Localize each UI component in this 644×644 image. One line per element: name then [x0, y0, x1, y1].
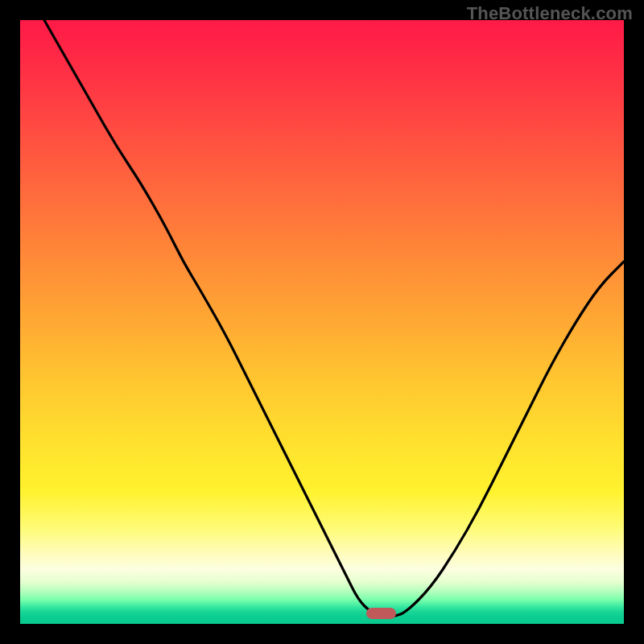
bottleneck-curve — [20, 20, 624, 624]
watermark-text: TheBottleneck.com — [467, 3, 633, 24]
chart-frame: TheBottleneck.com — [0, 0, 644, 644]
curve-path — [44, 20, 624, 617]
trough-marker — [366, 608, 396, 619]
plot-area — [20, 20, 624, 624]
